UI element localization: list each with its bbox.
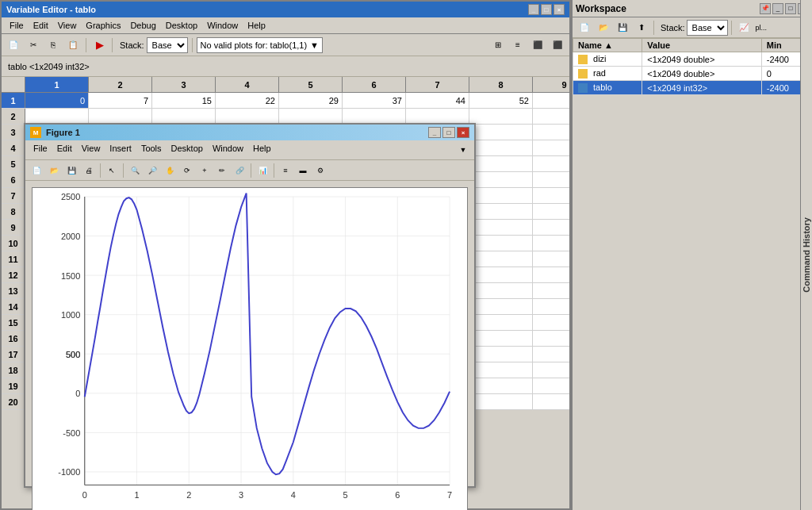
copy-button[interactable]: ⎘: [44, 36, 62, 54]
fig-brush-button[interactable]: ✏: [214, 163, 230, 178]
fig-arrow-button[interactable]: ▼: [455, 142, 471, 158]
minimize-button[interactable]: _: [528, 4, 539, 15]
row-header-14[interactable]: 14: [2, 299, 25, 314]
fig-properties-button[interactable]: ⚙: [312, 163, 328, 178]
ws-import-button[interactable]: ⬆: [633, 19, 650, 36]
fig-datacursor-button[interactable]: +: [197, 163, 213, 178]
col-header-value[interactable]: Value: [642, 39, 761, 52]
grid-view-button[interactable]: ⊞: [489, 36, 507, 54]
row-header-19[interactable]: 19: [2, 378, 25, 393]
cell-1-5[interactable]: 29: [279, 93, 343, 108]
row-header-12[interactable]: 12: [2, 267, 25, 282]
fig-menu-help[interactable]: Help: [248, 142, 276, 158]
cell-2-6[interactable]: [343, 109, 406, 124]
row-header-13[interactable]: 13: [2, 283, 25, 298]
col-header-name[interactable]: Name ▲: [573, 39, 642, 52]
fig-new-button[interactable]: 📄: [29, 163, 44, 178]
menu-desktop[interactable]: Desktop: [161, 19, 202, 32]
menu-debug[interactable]: Debug: [125, 19, 160, 32]
cell-2-2[interactable]: [89, 109, 152, 124]
row-header-6[interactable]: 6: [2, 172, 25, 187]
menu-edit[interactable]: Edit: [29, 19, 53, 32]
ws-save-button[interactable]: 💾: [614, 19, 631, 36]
ws-maximize-button[interactable]: □: [785, 3, 796, 14]
fig-open-button[interactable]: 📂: [46, 163, 62, 178]
ws-var-rad[interactable]: rad <1x2049 double> 0: [573, 67, 812, 81]
figure-minimize-button[interactable]: _: [428, 127, 441, 138]
cell-1-2[interactable]: 7: [89, 93, 152, 108]
fig-colorbar-button[interactable]: ▬: [295, 163, 311, 178]
fig-pan-button[interactable]: ✋: [162, 163, 178, 178]
fig-menu-view[interactable]: View: [77, 142, 105, 158]
menu-graphics[interactable]: Graphics: [81, 19, 125, 32]
fig-cursor-button[interactable]: ↖: [104, 163, 120, 178]
cell-2-7[interactable]: [406, 109, 469, 124]
col-header-2[interactable]: 2: [89, 77, 152, 92]
figure-close-button[interactable]: ×: [457, 127, 469, 138]
menu-help[interactable]: Help: [243, 19, 270, 32]
fig-menu-insert[interactable]: Insert: [105, 142, 136, 158]
figure-maximize-button[interactable]: □: [442, 127, 455, 138]
cell-2-8[interactable]: [469, 109, 533, 124]
cell-1-4[interactable]: 22: [216, 93, 279, 108]
stack-select[interactable]: Base: [147, 37, 188, 53]
cell-1-3[interactable]: 15: [152, 93, 216, 108]
ws-var-dizi[interactable]: dizi <1x2049 double> -2400: [573, 52, 812, 67]
row-header-1[interactable]: 1: [2, 93, 25, 108]
col-header-7[interactable]: 7: [406, 77, 469, 92]
fig-zoom-out-button[interactable]: 🔎: [144, 163, 160, 178]
menu-window[interactable]: Window: [202, 19, 243, 32]
cell-2-1[interactable]: [25, 109, 89, 124]
col-header-8[interactable]: 8: [469, 77, 533, 92]
row-header-5[interactable]: 5: [2, 156, 25, 171]
fig-menu-desktop[interactable]: Desktop: [167, 142, 208, 158]
fig-plotbrowser-button[interactable]: 📊: [255, 163, 270, 178]
row-header-10[interactable]: 10: [2, 236, 25, 251]
paste-button[interactable]: 📋: [64, 36, 82, 54]
col-header-1[interactable]: 1: [25, 77, 89, 92]
fig-menu-tools[interactable]: Tools: [136, 142, 167, 158]
row-header-9[interactable]: 9: [2, 220, 25, 235]
new-button[interactable]: 📄: [5, 36, 22, 54]
fig-legend-button[interactable]: ≡: [278, 163, 293, 178]
plot-button[interactable]: ▶: [90, 36, 108, 54]
col-header-5[interactable]: 5: [279, 77, 343, 92]
list-view-button[interactable]: ≡: [509, 36, 527, 54]
row-header-16[interactable]: 16: [2, 331, 25, 346]
fig-rotate-button[interactable]: ⟳: [179, 163, 195, 178]
row-header-18[interactable]: 18: [2, 362, 25, 378]
fig-linked-button[interactable]: 🔗: [232, 163, 247, 178]
cell-2-3[interactable]: [152, 109, 216, 124]
fig-menu-window[interactable]: Window: [208, 142, 248, 158]
cell-1-8[interactable]: 52: [469, 93, 533, 108]
ws-minimize-button[interactable]: _: [772, 3, 783, 14]
cell-1-9[interactable]: 59: [533, 93, 569, 108]
col-header-6[interactable]: 6: [343, 77, 406, 92]
maximize-button[interactable]: □: [541, 4, 552, 15]
close-button[interactable]: ×: [553, 4, 565, 15]
cell-1-7[interactable]: 44: [406, 93, 469, 108]
cell-1-1[interactable]: 0: [25, 93, 89, 108]
fig-menu-file[interactable]: File: [29, 142, 52, 158]
minimize-panel-button[interactable]: ⬛: [529, 36, 546, 54]
col-header-4[interactable]: 4: [216, 77, 279, 92]
command-history-panel[interactable]: Command History: [800, 0, 812, 510]
row-header-11[interactable]: 11: [2, 251, 25, 267]
row-header-2[interactable]: 2: [2, 109, 25, 124]
row-header-8[interactable]: 8: [2, 204, 25, 219]
ws-pin-button[interactable]: 📌: [760, 3, 771, 14]
cell-2-5[interactable]: [279, 109, 343, 124]
row-header-3[interactable]: 3: [2, 125, 25, 140]
col-header-3[interactable]: 3: [152, 77, 216, 92]
row-header-4[interactable]: 4: [2, 140, 25, 155]
ws-stack-select[interactable]: Base: [687, 20, 728, 36]
menu-view[interactable]: View: [53, 19, 82, 32]
row-header-15[interactable]: 15: [2, 315, 25, 330]
fig-save-button[interactable]: 💾: [63, 163, 79, 178]
fig-zoom-in-button[interactable]: 🔍: [127, 163, 143, 178]
menu-file[interactable]: File: [5, 19, 29, 32]
fig-print-button[interactable]: 🖨: [81, 163, 97, 178]
col-header-9[interactable]: 9: [533, 77, 569, 92]
row-header-7[interactable]: 7: [2, 188, 25, 203]
ws-plot-button[interactable]: 📈: [735, 19, 753, 36]
